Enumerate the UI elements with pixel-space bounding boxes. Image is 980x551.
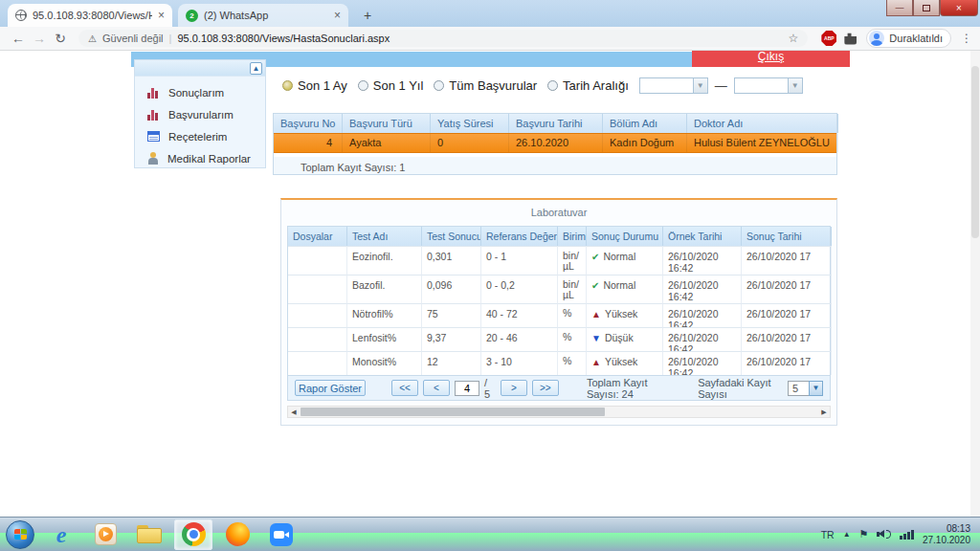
taskbar-item-chrome-active[interactable] (174, 519, 212, 550)
prev-page-button[interactable]: < (423, 380, 450, 396)
dropdown-arrow-icon[interactable]: ▼ (809, 381, 823, 396)
visit-type: Ayakta (343, 134, 431, 152)
status-low-icon: ▼ (591, 333, 601, 343)
date-to-value (735, 78, 788, 93)
page-number-input[interactable] (455, 381, 479, 396)
sidebar-item-sonuclarim[interactable]: Sonuçlarım (135, 81, 265, 103)
taskbar-item-file-explorer[interactable] (130, 519, 168, 550)
radio-son-1-ay[interactable] (282, 80, 293, 91)
visits-table-row-selected[interactable]: 4 Ayakta 0 26.10.2020 Kadın Doğum Hulusi… (274, 133, 836, 153)
lab-row[interactable]: Bazofil. 0,096 0 - 0,2 bin/µL ✔Normal 26… (288, 275, 830, 303)
column-header[interactable]: Sonuç Tarihi (742, 227, 832, 246)
lab-result: 12 (422, 351, 481, 375)
scroll-left-icon[interactable]: ◀ (288, 407, 300, 417)
address-bar[interactable]: ⚠ Güvenli değil | 95.0.108.93:8080/Views… (78, 30, 808, 47)
collapse-button[interactable]: ▲ (250, 62, 262, 75)
radio-tarih-araligi[interactable] (547, 80, 558, 91)
dropdown-arrow-icon[interactable]: ▼ (693, 78, 707, 93)
tab-close-icon[interactable]: × (158, 9, 165, 22)
minimize-button[interactable]: — (886, 0, 913, 16)
lab-files (288, 303, 347, 327)
column-header[interactable]: Test Sonucu (422, 227, 481, 246)
extension-icon[interactable] (844, 33, 857, 45)
next-page-button[interactable]: > (501, 380, 527, 396)
scroll-right-icon[interactable]: ▶ (818, 407, 830, 417)
page-size-select[interactable]: 5 ▼ (788, 381, 823, 396)
status-label: Yüksek (605, 308, 637, 320)
dropdown-arrow-icon[interactable]: ▼ (788, 78, 802, 93)
page-vertical-scrollbar[interactable] (970, 51, 980, 517)
start-button[interactable] (6, 520, 34, 549)
column-header[interactable]: Başvuru No (274, 114, 343, 133)
profile-label: Duraklatıldı (889, 33, 943, 44)
column-header[interactable]: Sonuç Durumu (587, 227, 663, 246)
lab-row[interactable]: Lenfosit% 9,37 20 - 46 % ▼Düşük 26/10/20… (288, 327, 830, 351)
column-header[interactable]: Başvuru Tarihi (509, 114, 603, 133)
lab-row[interactable]: Nötrofil% 75 40 - 72 % ▲Yüksek 26/10/202… (288, 303, 830, 327)
logout-button[interactable]: Çıkış (692, 51, 850, 67)
tab-close-icon[interactable]: × (334, 9, 341, 22)
close-button[interactable]: × (940, 0, 978, 16)
lab-unit: % (558, 351, 587, 375)
lab-row[interactable]: Monosit% 12 3 - 10 % ▲Yüksek 26/10/2020 … (288, 351, 830, 375)
lab-result: 0,096 (422, 275, 481, 303)
sidebar-item-recetelerim[interactable]: Reçetelerim (135, 125, 265, 147)
radio-tum-basvurular[interactable] (434, 80, 444, 91)
show-report-button[interactable]: Rapor Göster (295, 380, 366, 396)
radio-label[interactable]: Son 1 Yıl (373, 78, 424, 93)
lab-sample-date: 26/10/2020 16:42 (663, 275, 742, 303)
volume-icon[interactable] (877, 529, 891, 540)
reload-icon[interactable]: ↻ (50, 31, 71, 46)
applications-chart-icon (147, 109, 160, 121)
sidebar-item-label: Sonuçlarım (168, 87, 224, 99)
last-page-button[interactable]: >> (532, 380, 559, 396)
date-from-select[interactable]: ▼ (639, 77, 708, 94)
column-header[interactable]: Dosyalar (288, 227, 347, 246)
url-text[interactable]: 95.0.108.93:8080/Views/HastaSonuclari.as… (177, 33, 782, 44)
radio-son-1-yil[interactable] (358, 80, 368, 91)
tab-hasta-sonuclari[interactable]: 95.0.108.93:8080/Views/HastaSc × (8, 4, 172, 27)
bookmark-star-icon[interactable]: ☆ (789, 32, 799, 45)
column-header[interactable]: Yatış Süresi (431, 114, 509, 133)
maximize-button[interactable] (913, 0, 940, 16)
column-header[interactable]: Doktor Adı (687, 114, 838, 133)
taskbar-item-firefox[interactable] (218, 519, 256, 550)
window-controls: — × (886, 0, 978, 16)
radio-label[interactable]: Tarih Aralığı (563, 78, 629, 93)
action-center-flag-icon[interactable]: ⚑ (859, 528, 869, 540)
tab-whatsapp[interactable]: 2 (2) WhatsApp × (178, 4, 348, 27)
column-header[interactable]: Örnek Tarihi (663, 227, 742, 246)
taskbar-item-media-player[interactable] (86, 519, 124, 550)
new-tab-button[interactable]: + (356, 6, 379, 25)
taskbar-item-internet-explorer[interactable]: e (42, 519, 80, 550)
radio-label[interactable]: Tüm Başvurular (449, 78, 537, 93)
sidebar-item-basvurularim[interactable]: Başvurularım (135, 103, 265, 125)
radio-label[interactable]: Son 1 Ay (298, 78, 347, 93)
taskbar-item-zoom[interactable] (262, 519, 301, 550)
column-header[interactable]: Test Adı (347, 227, 422, 246)
security-label[interactable]: Güvenli değil (102, 33, 164, 44)
lab-row[interactable]: Eozinofil. 0,301 0 - 1 bin/µL ✔Normal 26… (288, 246, 830, 275)
scrollbar-thumb[interactable] (301, 408, 605, 416)
taskbar-clock[interactable]: 08:13 27.10.2020 (923, 523, 970, 546)
forward-icon[interactable]: → (29, 31, 50, 46)
network-signal-icon[interactable] (900, 529, 914, 540)
tray-date: 27.10.2020 (923, 535, 970, 546)
lab-sample-date: 26/10/2020 16:42 (663, 351, 742, 375)
column-header[interactable]: Başvuru Türü (343, 114, 431, 133)
sidebar-item-medikal-raporlar[interactable]: Medikal Raporlar (135, 147, 265, 169)
browser-menu-icon[interactable]: ⋮ (961, 32, 972, 45)
back-icon[interactable]: ← (8, 31, 29, 46)
hidden-icons-arrow-icon[interactable]: ▲ (843, 530, 851, 539)
first-page-button[interactable]: << (391, 380, 418, 396)
avatar-icon (869, 31, 884, 46)
column-header[interactable]: Bölüm Adı (603, 114, 687, 133)
adblock-extension-icon[interactable]: ABP (821, 31, 836, 46)
lab-horizontal-scrollbar[interactable]: ◀ ▶ (287, 406, 831, 418)
profile-button[interactable]: Duraklatıldı (866, 29, 951, 48)
scrollbar-thumb[interactable] (971, 66, 979, 238)
column-header[interactable]: Birim (558, 227, 587, 246)
date-to-select[interactable]: ▼ (734, 77, 803, 94)
column-header[interactable]: Referans Değeri (481, 227, 558, 246)
language-indicator[interactable]: TR (821, 529, 835, 540)
